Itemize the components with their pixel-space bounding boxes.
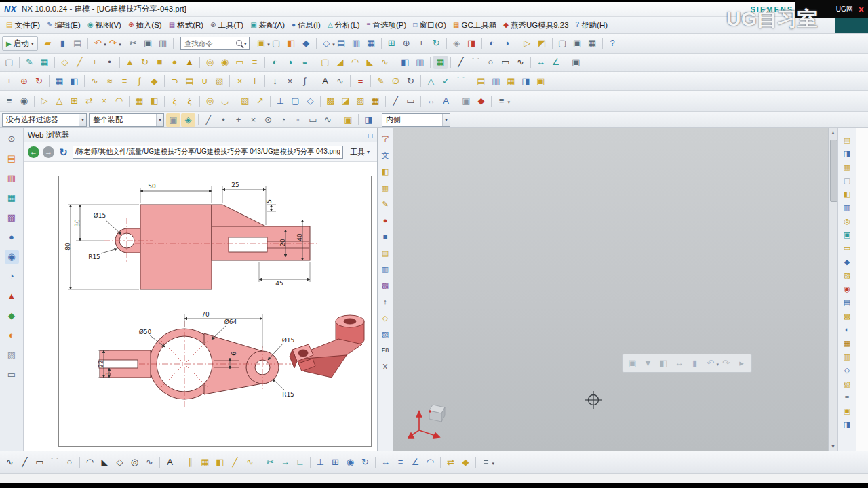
menu-item-analysis[interactable]: △分析(L) bbox=[324, 19, 363, 32]
isometric-view-icon[interactable]: ◇▾ bbox=[319, 37, 334, 50]
view-layout-5-icon[interactable]: ▣ bbox=[534, 75, 548, 88]
right-toolbar-icon-9[interactable]: ▭ bbox=[841, 242, 853, 254]
view-triad[interactable] bbox=[408, 401, 458, 439]
note-text-icon[interactable]: 文 bbox=[379, 150, 391, 161]
right-toolbar-icon-12[interactable]: ◉ bbox=[841, 283, 853, 295]
graphics-window[interactable]: ▣▼◧↔▮↶▾↷▸ bbox=[393, 128, 828, 451]
replace-face-icon[interactable]: ⇄ bbox=[82, 94, 96, 108]
snap-quadrant-icon[interactable]: ◔ bbox=[276, 113, 290, 127]
mini-view-cube-icon[interactable]: ▣ bbox=[625, 357, 639, 370]
right-toolbar-icon-19[interactable]: ▧ bbox=[841, 378, 853, 390]
add-component-icon[interactable]: ▢ bbox=[288, 94, 302, 108]
studio-view-icon[interactable]: ◧ bbox=[284, 37, 298, 50]
browser-tools-button[interactable]: 工具 ▾ bbox=[347, 145, 373, 159]
measure-distance-icon[interactable]: ↔ bbox=[534, 56, 548, 69]
menu-item-yanxiu-mold[interactable]: ◆燕秀UG模具9.23 bbox=[500, 19, 572, 32]
menu-item-gc-toolbox[interactable]: ▦GC工具箱 bbox=[450, 19, 500, 32]
offset-curve-icon[interactable]: ∥ bbox=[183, 455, 197, 469]
panel-undock-icon[interactable]: ◻ bbox=[368, 131, 373, 139]
draft-icon[interactable]: ◢ bbox=[333, 56, 347, 69]
datum-axis-icon[interactable]: ╱ bbox=[73, 56, 87, 69]
paste-icon[interactable]: ▥ bbox=[156, 37, 170, 50]
snap-arc-center-icon[interactable]: ⊙ bbox=[261, 113, 275, 127]
wireframe-view-icon[interactable]: ▢ bbox=[269, 37, 283, 50]
menu-item-format[interactable]: ▦格式(R) bbox=[165, 19, 207, 32]
sew-icon[interactable]: ∪ bbox=[197, 75, 212, 88]
cut-icon[interactable]: ✂ bbox=[126, 37, 140, 50]
close-icon[interactable]: × bbox=[859, 5, 864, 14]
menu-item-edit[interactable]: ✎编辑(E) bbox=[43, 19, 84, 32]
radial-dimension-icon[interactable]: ◠ bbox=[423, 455, 437, 469]
offset-surface-icon[interactable]: ⊃ bbox=[167, 75, 182, 88]
menu-item-help[interactable]: ?帮助(H) bbox=[572, 19, 612, 32]
auto-constrain-icon[interactable]: ⊞ bbox=[328, 455, 342, 469]
existing-curve-icon[interactable]: ∿ bbox=[243, 455, 257, 469]
block-icon[interactable]: ■ bbox=[153, 56, 167, 69]
tile-windows-icon[interactable]: ▦ bbox=[585, 37, 599, 50]
assembly-navigator-icon[interactable]: ▤ bbox=[5, 152, 19, 165]
view-cube-icon[interactable]: ◧ bbox=[379, 166, 391, 178]
wrap-geometry-icon[interactable]: ▧ bbox=[238, 94, 252, 108]
manufacturing-wizard-icon[interactable]: ◆ bbox=[5, 309, 19, 323]
open-icon[interactable]: ▰ bbox=[41, 37, 55, 50]
assembly-section-icon[interactable]: ◨ bbox=[361, 113, 376, 127]
perspective-view-icon[interactable]: ◈ bbox=[450, 37, 464, 50]
mirror-feature-icon[interactable]: ◧ bbox=[67, 75, 81, 88]
scroll-up-icon[interactable]: ▲ bbox=[831, 128, 835, 137]
csys-icon[interactable]: + bbox=[2, 75, 16, 88]
point-icon[interactable]: • bbox=[102, 56, 117, 69]
project-curve-icon[interactable]: ↓ bbox=[268, 75, 282, 88]
image-icon[interactable]: ▣ bbox=[459, 94, 473, 108]
snap-on-curve-icon[interactable]: ∿ bbox=[321, 113, 335, 127]
boss-icon[interactable]: ◉ bbox=[218, 56, 232, 69]
right-toolbar-icon-21[interactable]: ▣ bbox=[841, 405, 853, 417]
highlight-selection-icon[interactable]: ▣ bbox=[166, 113, 180, 127]
curvature-graph-icon[interactable]: ⌒ bbox=[454, 75, 468, 88]
forward-button[interactable]: → bbox=[43, 146, 54, 158]
delete-face-icon[interactable]: × bbox=[97, 94, 111, 108]
right-toolbar-icon-18[interactable]: ◇ bbox=[841, 364, 853, 376]
menu-item-window[interactable]: □窗口(O) bbox=[410, 19, 450, 32]
pattern-feature-icon[interactable]: ▦ bbox=[52, 75, 66, 88]
suppress-feature-icon[interactable]: ∅ bbox=[389, 75, 403, 88]
intersection-curve-icon[interactable]: × bbox=[283, 75, 297, 88]
x-axis-icon[interactable]: X bbox=[379, 361, 391, 373]
arc-icon[interactable]: ⌒ bbox=[47, 455, 62, 469]
thread-icon[interactable]: ∿ bbox=[378, 56, 392, 69]
shell-icon[interactable]: ▢ bbox=[318, 56, 332, 69]
new-sheet-icon[interactable]: ▢ bbox=[2, 56, 16, 69]
section-view-icon[interactable]: ◨ bbox=[465, 37, 479, 50]
trim-body-icon[interactable]: ◧ bbox=[398, 56, 412, 69]
polygon-icon[interactable]: ◇ bbox=[113, 455, 127, 469]
assembly-constraint-icon[interactable]: ⊥ bbox=[273, 94, 288, 108]
mini-tag-icon[interactable]: ◧ bbox=[656, 357, 671, 370]
edit-feature-icon[interactable]: ✎ bbox=[374, 75, 388, 88]
graphics-vertical-scrollbar[interactable]: ▲ ▼ bbox=[828, 128, 837, 451]
block-shape-icon[interactable]: ■ bbox=[379, 231, 391, 243]
url-input[interactable] bbox=[73, 146, 343, 159]
menu-item-view[interactable]: ◉视图(V) bbox=[84, 19, 125, 32]
sketch-more-icon[interactable]: ≡▾ bbox=[479, 455, 493, 469]
i-form-icon[interactable]: I bbox=[248, 75, 262, 88]
x-form-icon[interactable]: × bbox=[233, 75, 247, 88]
undo-icon[interactable]: ↶▾ bbox=[91, 37, 105, 50]
convert-to-from-reference-icon[interactable]: ⇄ bbox=[443, 455, 458, 469]
sketch-text-icon[interactable]: A bbox=[163, 455, 177, 469]
scrollbar-thumb[interactable] bbox=[830, 140, 837, 202]
spline-icon[interactable]: ∿ bbox=[513, 56, 528, 69]
edge-blend-icon[interactable]: ◠ bbox=[348, 56, 362, 69]
right-toolbar-icon-20[interactable]: ≡ bbox=[841, 391, 853, 403]
side-dropdown[interactable]: 内侧 ▾ bbox=[382, 113, 450, 127]
move-face-icon[interactable]: ▷ bbox=[37, 94, 52, 108]
zoom-view-icon[interactable]: ⊕ bbox=[399, 37, 414, 50]
circle-icon[interactable]: ○ bbox=[62, 455, 77, 469]
right-toolbar-icon-22[interactable]: ◨ bbox=[841, 418, 853, 430]
measure-angle-icon[interactable]: ∠ bbox=[549, 56, 563, 69]
snap-existing-point-icon[interactable]: ◦ bbox=[291, 113, 305, 127]
curve-mesh-icon[interactable]: ≡ bbox=[117, 75, 132, 88]
menu-item-information[interactable]: ●信息(I) bbox=[288, 19, 324, 32]
dimension-icon[interactable]: ↔ bbox=[424, 94, 438, 108]
ruled-surface-icon[interactable]: ∿ bbox=[87, 75, 102, 88]
shaded-edges-view-icon[interactable]: ▣▾ bbox=[254, 37, 269, 50]
sketch-in-task-icon[interactable]: ▦ bbox=[37, 56, 52, 69]
